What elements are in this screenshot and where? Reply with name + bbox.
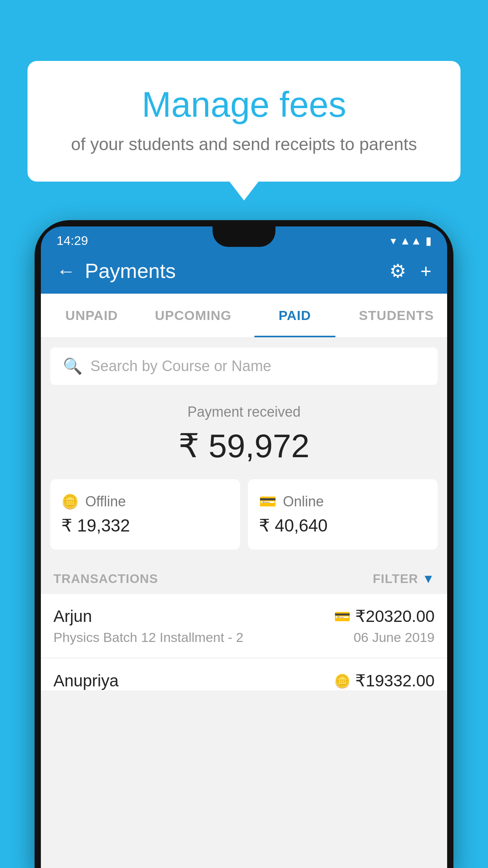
signal-icon: ▲▲ bbox=[400, 235, 422, 247]
phone-frame: 14:29 ▾ ▲▲ ▮ ← Payments ⚙ + UNPAID UPCOM… bbox=[35, 220, 453, 868]
transaction-amount-area: 💳 ₹20320.00 bbox=[334, 607, 435, 626]
online-label: Online bbox=[283, 493, 324, 510]
speech-bubble: Manage fees of your students and send re… bbox=[28, 61, 460, 182]
tab-paid[interactable]: PAID bbox=[244, 294, 346, 337]
payment-received-section: Payment received ₹ 59,972 bbox=[41, 385, 447, 479]
offline-label: Offline bbox=[85, 493, 126, 510]
online-payment-card: 💳 Online ₹ 40,640 bbox=[248, 479, 438, 550]
app-header: ← Payments ⚙ + bbox=[41, 248, 447, 294]
transaction-name: Arjun bbox=[53, 607, 92, 626]
add-icon[interactable]: + bbox=[420, 260, 431, 282]
back-button[interactable]: ← bbox=[57, 260, 75, 282]
table-row[interactable]: Anupriya 🪙 ₹19332.00 bbox=[41, 658, 447, 690]
transaction-course: Physics Batch 12 Installment - 2 bbox=[53, 630, 244, 645]
header-left: ← Payments bbox=[57, 259, 176, 283]
search-input[interactable]: Search by Course or Name bbox=[90, 358, 271, 375]
settings-icon[interactable]: ⚙ bbox=[389, 260, 406, 282]
status-bar: 14:29 ▾ ▲▲ ▮ bbox=[41, 226, 447, 248]
tab-students[interactable]: STUDENTS bbox=[346, 294, 448, 337]
offline-payment-card: 🪙 Offline ₹ 19,332 bbox=[50, 479, 240, 550]
filter-label: FILTER bbox=[373, 572, 418, 586]
header-right: ⚙ + bbox=[389, 260, 431, 282]
cash-payment-icon: 🪙 bbox=[334, 673, 350, 689]
notch bbox=[213, 226, 275, 247]
offline-card-header: 🪙 Offline bbox=[61, 493, 229, 510]
phone-content: 🔍 Search by Course or Name Payment recei… bbox=[41, 338, 447, 868]
card-payment-icon: 💳 bbox=[334, 609, 350, 624]
payment-cards: 🪙 Offline ₹ 19,332 💳 Online ₹ 40,640 bbox=[41, 479, 447, 564]
transaction-row-top: Arjun 💳 ₹20320.00 bbox=[53, 607, 435, 626]
status-icons: ▾ ▲▲ ▮ bbox=[391, 234, 431, 247]
search-icon: 🔍 bbox=[63, 357, 83, 375]
wifi-icon: ▾ bbox=[391, 234, 396, 247]
payment-total-amount: ₹ 59,972 bbox=[50, 427, 438, 465]
filter-icon: ▼ bbox=[422, 572, 435, 586]
transaction-name: Anupriya bbox=[53, 671, 119, 690]
online-card-header: 💳 Online bbox=[259, 493, 427, 510]
bubble-title: Manage fees bbox=[59, 85, 429, 125]
search-bar[interactable]: 🔍 Search by Course or Name bbox=[50, 348, 438, 385]
payment-received-label: Payment received bbox=[50, 404, 438, 420]
tabs-container: UNPAID UPCOMING PAID STUDENTS bbox=[41, 294, 447, 338]
transaction-row-top: Anupriya 🪙 ₹19332.00 bbox=[53, 671, 435, 690]
transaction-amount: ₹19332.00 bbox=[355, 671, 435, 690]
online-icon: 💳 bbox=[259, 493, 277, 510]
offline-amount: ₹ 19,332 bbox=[61, 515, 229, 535]
table-row[interactable]: Arjun 💳 ₹20320.00 Physics Batch 12 Insta… bbox=[41, 594, 447, 658]
offline-icon: 🪙 bbox=[61, 493, 79, 510]
transactions-header: TRANSACTIONS FILTER ▼ bbox=[41, 564, 447, 594]
transaction-row-bottom: Physics Batch 12 Installment - 2 06 June… bbox=[53, 630, 435, 645]
online-amount: ₹ 40,640 bbox=[259, 515, 427, 535]
transactions-label: TRANSACTIONS bbox=[53, 572, 158, 586]
header-title: Payments bbox=[85, 259, 176, 283]
transaction-amount-area: 🪙 ₹19332.00 bbox=[334, 671, 435, 690]
tab-unpaid[interactable]: UNPAID bbox=[41, 294, 143, 337]
status-time: 14:29 bbox=[57, 234, 88, 248]
bubble-subtitle: of your students and send receipts to pa… bbox=[59, 134, 429, 154]
battery-icon: ▮ bbox=[426, 234, 431, 247]
transaction-amount: ₹20320.00 bbox=[355, 607, 435, 626]
filter-button[interactable]: FILTER ▼ bbox=[373, 572, 435, 586]
tab-upcoming[interactable]: UPCOMING bbox=[143, 294, 244, 337]
transaction-date: 06 June 2019 bbox=[354, 630, 435, 645]
